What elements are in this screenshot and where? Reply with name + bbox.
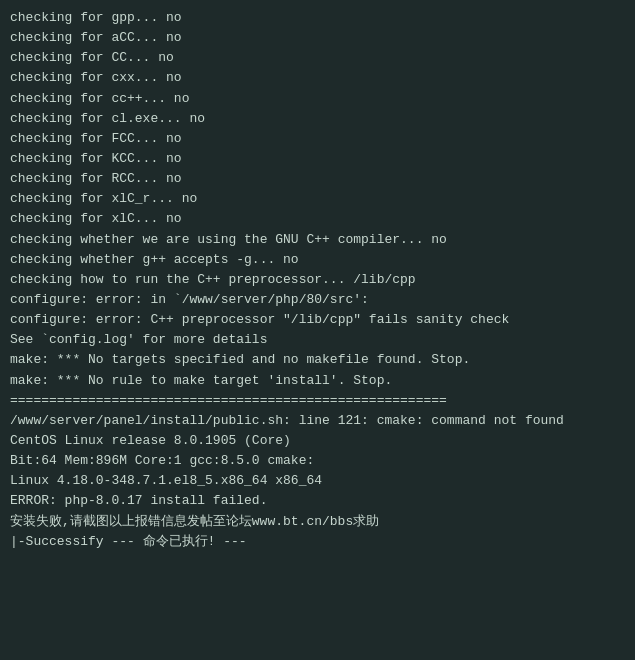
terminal-line: ========================================… [10,391,625,411]
terminal-line: Bit:64 Mem:896M Core:1 gcc:8.5.0 cmake: [10,451,625,471]
terminal-line: /www/server/panel/install/public.sh: lin… [10,411,625,431]
terminal-line: checking for CC... no [10,48,625,68]
terminal-window: checking for gpp... nochecking for aCC..… [0,0,635,660]
terminal-line: CentOS Linux release 8.0.1905 (Core) [10,431,625,451]
terminal-line: checking whether we are using the GNU C+… [10,230,625,250]
terminal-line: checking how to run the C++ preprocessor… [10,270,625,290]
terminal-line: See `config.log' for more details [10,330,625,350]
terminal-line: ERROR: php-8.0.17 install failed. [10,491,625,511]
terminal-line: checking for cc++... no [10,89,625,109]
terminal-line: checking for xlC... no [10,209,625,229]
terminal-line: configure: error: in `/www/server/php/80… [10,290,625,310]
terminal-line: checking for FCC... no [10,129,625,149]
terminal-line: Linux 4.18.0-348.7.1.el8_5.x86_64 x86_64 [10,471,625,491]
terminal-line: checking whether g++ accepts -g... no [10,250,625,270]
terminal-line: configure: error: C++ preprocessor "/lib… [10,310,625,330]
terminal-line: checking for aCC... no [10,28,625,48]
terminal-line: checking for gpp... no [10,8,625,28]
terminal-line: checking for xlC_r... no [10,189,625,209]
terminal-line: checking for cl.exe... no [10,109,625,129]
terminal-line: checking for KCC... no [10,149,625,169]
terminal-line: |-Successify --- 命令已执行! --- [10,532,625,552]
terminal-line: 安装失败,请截图以上报错信息发帖至论坛www.bt.cn/bbs求助 [10,512,625,532]
terminal-line: make: *** No targets specified and no ma… [10,350,625,370]
terminal-line: make: *** No rule to make target 'instal… [10,371,625,391]
terminal-line: checking for RCC... no [10,169,625,189]
terminal-line: checking for cxx... no [10,68,625,88]
